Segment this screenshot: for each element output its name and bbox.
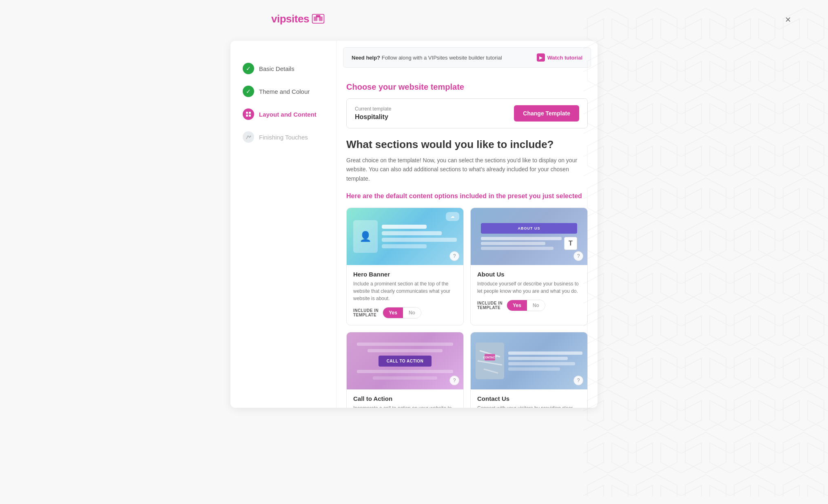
about-content: T [481,237,577,250]
card-toggle-about: INCLUDE INTEMPLATE Yes No [477,300,581,311]
default-content-title: Here are the default content options inc… [346,191,588,201]
template-box: Current template Hospitality Change Temp… [346,98,588,128]
card-hero-banner: 👤 ☁ ? [346,208,464,325]
card-cta: CALL TO ACTION ? Call to Action Incorpor… [346,332,464,408]
step-icon-theme-colour: ✓ [243,86,254,97]
logo-vip: vip [271,13,286,25]
card-contact: CONTACT ? [470,332,588,408]
main-content: Need help? Follow along with a VIPsites … [337,41,598,408]
sidebar-item-layout-content[interactable]: Layout and Content [243,103,324,126]
cards-grid: 👤 ☁ ? [346,208,588,408]
change-template-button[interactable]: Change Template [514,105,579,122]
sidebar-item-theme-colour[interactable]: ✓ Theme and Colour [243,80,324,103]
step-icon-basic-details: ✓ [243,63,254,74]
step-label-finishing-touches: Finishing Touches [259,134,308,141]
toggle-no-about[interactable]: No [527,300,545,311]
contact-question-badge[interactable]: ? [573,376,583,385]
watch-tutorial-label: Watch tutorial [547,55,582,61]
sidebar: ✓ Basic Details ✓ Theme and Colour Layou… [230,41,337,408]
svg-rect-10 [246,115,248,117]
card-body-about: About Us Introduce yourself or describe … [471,265,587,318]
card-image-contact: CONTACT ? [471,332,587,389]
toggle-group-about: Yes No [507,300,545,311]
hero-mock: 👤 ☁ [347,208,463,265]
contact-map: CONTACT [476,343,504,379]
card-desc-about: Introduce yourself or describe your busi… [477,280,581,295]
card-about-us: ABOUT US T ? [470,208,588,325]
current-template-value: Hospitality [355,113,388,120]
about-header: ABOUT US [481,223,577,234]
help-text: Need help? Follow along with a VIPsites … [352,55,502,61]
help-banner: Need help? Follow along with a VIPsites … [343,47,591,68]
toggle-label-about: INCLUDE INTEMPLATE [477,301,503,310]
about-t-icon: T [564,237,577,250]
card-body-contact: Contact Us Connect with your visitors by… [471,389,587,408]
card-body-cta: Call to Action Incorporate a call to act… [347,389,463,408]
sections-description: Great choice on the template! Now, you c… [346,156,588,183]
card-title-about: About Us [477,271,581,278]
toggle-no-hero[interactable]: No [403,307,421,318]
need-help-label: Need help? [352,55,380,61]
content-area: Choose your website template Current tem… [337,74,598,408]
hero-icon: 👤 [353,220,378,253]
contact-form-mock [508,351,582,371]
sidebar-item-basic-details[interactable]: ✓ Basic Details [243,57,324,80]
toggle-yes-hero[interactable]: Yes [383,307,403,318]
svg-rect-9 [249,112,251,114]
hero-cloud-mock: ☁ [446,212,459,221]
card-image-hero: 👤 ☁ ? [347,208,463,265]
step-icon-layout-content [243,108,254,120]
svg-rect-3 [583,7,828,497]
card-title-hero: Hero Banner [353,271,457,278]
about-question-badge[interactable]: ? [573,251,583,261]
card-desc-hero: Include a prominent section at the top o… [353,280,457,302]
card-image-about: ABOUT US T ? [471,208,587,265]
toggle-group-hero: Yes No [383,307,421,318]
step-label-layout-content: Layout and Content [259,111,317,118]
card-body-hero: Hero Banner Include a prominent section … [347,265,463,325]
close-icon: × [785,14,791,25]
play-icon: ▶ [537,53,545,62]
logo-sites: sites [286,13,309,25]
current-template-label: Current template [355,106,391,112]
cta-question-badge[interactable]: ? [449,376,459,385]
sidebar-item-finishing-touches[interactable]: Finishing Touches [243,126,324,148]
close-button[interactable]: × [781,12,795,27]
logo-text: vipsites [271,13,309,25]
page-wrapper: vipsites × ✓ Basic Details ✓ Theme and C… [0,0,828,504]
card-desc-contact: Connect with your visitors by providing … [477,405,581,408]
card-desc-cta: Incorporate a call to action on your web… [353,405,457,408]
card-toggle-hero: INCLUDE INTEMPLATE Yes No [353,307,457,318]
hero-question-badge[interactable]: ? [449,251,459,261]
hero-bars [382,225,457,248]
svg-text:CONTACT: CONTACT [483,356,497,359]
cta-button-mock: CALL TO ACTION [379,356,432,367]
step-icon-finishing-touches [243,131,254,143]
svg-rect-8 [246,112,248,114]
toggle-yes-about[interactable]: Yes [507,300,527,311]
card-title-contact: Contact Us [477,395,581,402]
svg-rect-11 [249,115,251,117]
logo-icon [311,11,325,26]
hex-background [583,0,828,504]
toggle-label-hero: INCLUDE INTEMPLATE [353,308,379,317]
modal: ✓ Basic Details ✓ Theme and Colour Layou… [230,41,598,408]
svg-point-12 [250,136,251,137]
card-title-cta: Call to Action [353,395,457,402]
sections-heading: What sections would you like to include? [346,138,588,151]
help-description: Follow along with a VIPsites website bui… [382,55,502,61]
card-image-cta: CALL TO ACTION ? [347,332,463,389]
step-label-basic-details: Basic Details [259,65,294,72]
logo: vipsites [271,11,325,26]
page-title: Choose your website template [346,82,588,92]
template-info: Current template Hospitality [355,106,391,121]
svg-rect-7 [316,15,320,17]
watch-tutorial-button[interactable]: ▶ Watch tutorial [537,53,582,62]
step-label-theme-colour: Theme and Colour [259,88,310,95]
